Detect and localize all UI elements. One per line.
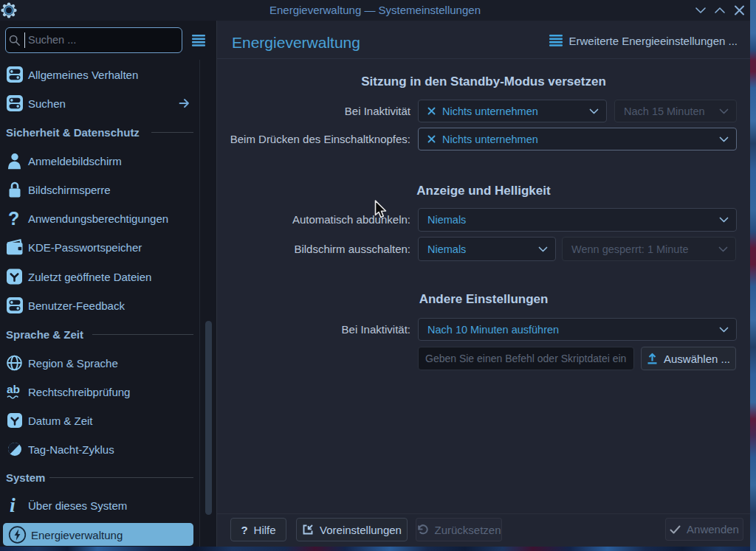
svg-text:ab: ab bbox=[7, 383, 20, 395]
